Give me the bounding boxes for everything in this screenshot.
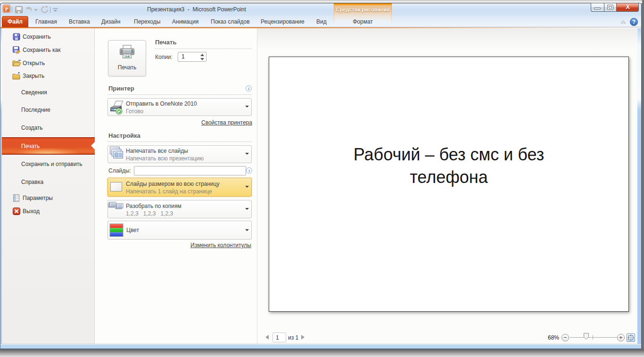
svg-text:P: P bbox=[5, 6, 8, 12]
